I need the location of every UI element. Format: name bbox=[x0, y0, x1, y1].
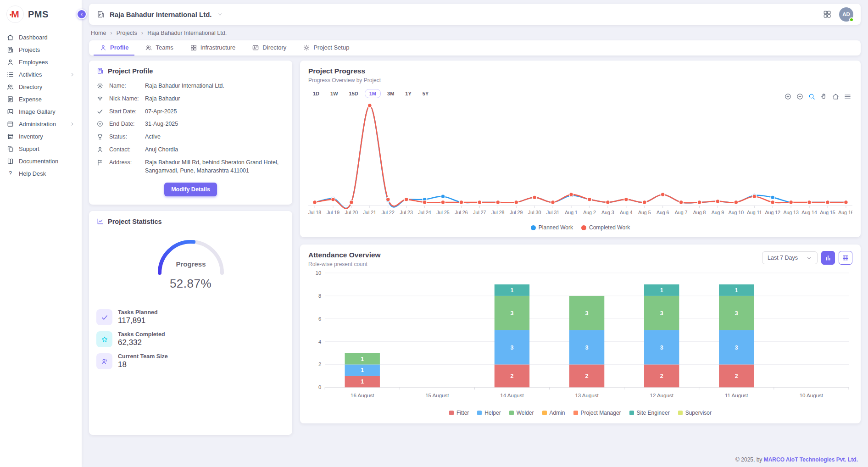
svg-text:Jul 30: Jul 30 bbox=[528, 210, 541, 215]
legend-swatch bbox=[449, 411, 454, 415]
legend-item-site-engineer[interactable]: Site Engineer bbox=[629, 410, 670, 416]
person-icon bbox=[100, 44, 107, 51]
range-button-15d[interactable]: 15D bbox=[345, 89, 363, 98]
attendance-bar-chart[interactable]: 024681011116 August15 August233114 Augus… bbox=[308, 267, 852, 407]
sidebar-item-label: Projects bbox=[19, 46, 40, 53]
svg-text:Aug 7: Aug 7 bbox=[675, 210, 688, 215]
stat-label: Tasks Planned bbox=[118, 309, 158, 316]
svg-text:Aug 13: Aug 13 bbox=[783, 210, 799, 215]
sidebar-item-support[interactable]: Support bbox=[0, 143, 82, 155]
range-button-1d[interactable]: 1D bbox=[308, 89, 324, 98]
modify-details-button[interactable]: Modify Details bbox=[164, 183, 217, 196]
avatar-initials: AD bbox=[842, 11, 850, 17]
sidebar-item-employees[interactable]: Employees bbox=[0, 56, 82, 68]
company-link[interactable]: MARCO AIoT Technologies Pvt. Ltd. bbox=[764, 456, 858, 463]
profile-field: Name: Raja Bahadur International Ltd. bbox=[96, 82, 285, 90]
sidebar-item-dashboard[interactable]: Dashboard bbox=[0, 31, 82, 44]
user-avatar[interactable]: AD bbox=[839, 7, 853, 22]
zoom-out-icon[interactable] bbox=[796, 93, 804, 100]
range-button-1m[interactable]: 1M bbox=[365, 89, 381, 98]
table-view-button[interactable] bbox=[839, 251, 852, 265]
sidebar-item-label: Dashboard bbox=[19, 34, 48, 41]
sidebar-item-documentation[interactable]: Documentation bbox=[0, 155, 82, 167]
stat-label: Tasks Completed bbox=[118, 331, 165, 338]
stat-value: 117,891 bbox=[118, 316, 158, 325]
breadcrumb-item[interactable]: Home bbox=[91, 30, 106, 36]
sidebar-item-help-desk[interactable]: ? Help Desk bbox=[0, 167, 82, 180]
profile-field: Contact: Anuj Chordia bbox=[96, 145, 285, 154]
tab-teams[interactable]: Teams bbox=[139, 40, 179, 56]
progress-percentage: 52.87% bbox=[96, 277, 285, 291]
range-button-1y[interactable]: 1Y bbox=[401, 89, 416, 98]
svg-text:6: 6 bbox=[318, 316, 321, 322]
store-icon bbox=[6, 133, 14, 140]
project-progress-line-chart[interactable]: Jul 18Jul 19Jul 20Jul 21Jul 22Jul 23Jul … bbox=[308, 98, 852, 222]
legend-swatch bbox=[477, 411, 482, 415]
people-icon bbox=[6, 83, 14, 91]
sidebar-item-image-gallary[interactable]: Image Gallary bbox=[0, 106, 82, 118]
field-label: Address: bbox=[109, 158, 139, 176]
table-icon bbox=[842, 254, 849, 261]
svg-text:Aug 9: Aug 9 bbox=[712, 210, 724, 215]
svg-text:12 August: 12 August bbox=[650, 393, 673, 399]
project-progress-card: Project Progress Progress Overview by Pr… bbox=[300, 61, 861, 237]
sidebar-collapse-button[interactable]: ‹ bbox=[77, 9, 87, 19]
sidebar-item-expense[interactable]: Expense bbox=[0, 93, 82, 106]
tab-directory[interactable]: Directory bbox=[246, 40, 292, 56]
selection-zoom-icon[interactable] bbox=[808, 93, 816, 100]
sidebar-item-directory[interactable]: Directory bbox=[0, 81, 82, 93]
legend-item-fitter[interactable]: Fitter bbox=[449, 410, 469, 416]
stat-label: Current Team Size bbox=[118, 353, 168, 360]
range-button-3m[interactable]: 3M bbox=[383, 89, 399, 98]
sidebar-item-activities[interactable]: Activities bbox=[0, 68, 82, 81]
star-icon bbox=[96, 331, 112, 347]
svg-text:Jul 20: Jul 20 bbox=[345, 210, 358, 215]
svg-text:8: 8 bbox=[318, 293, 321, 299]
chart-view-button[interactable] bbox=[821, 251, 835, 265]
image-icon bbox=[6, 108, 14, 116]
attendance-range-select[interactable]: Last 7 Days bbox=[762, 251, 818, 264]
breadcrumb: Home›Projects›Raja Bahadur International… bbox=[89, 25, 861, 40]
contact-card-icon bbox=[252, 44, 259, 51]
legend-item-helper[interactable]: Helper bbox=[477, 410, 501, 416]
tab-project-setup[interactable]: Project Setup bbox=[297, 40, 355, 56]
chevron-down-icon[interactable] bbox=[217, 11, 223, 18]
svg-text:3: 3 bbox=[585, 345, 589, 351]
company-selector[interactable]: Raja Bahadur International Ltd. bbox=[110, 11, 212, 18]
menu-icon[interactable] bbox=[844, 93, 851, 100]
svg-text:Aug 12: Aug 12 bbox=[765, 210, 781, 215]
range-button-5y[interactable]: 5Y bbox=[418, 89, 433, 98]
sidebar-item-administration[interactable]: Administration bbox=[0, 118, 82, 130]
profile-field: Address: Raja Bahadur Mill Rd, behind Sh… bbox=[96, 158, 285, 176]
legend-item-project-manager[interactable]: Project Manager bbox=[573, 410, 621, 416]
sidebar-item-projects[interactable]: Projects bbox=[0, 44, 82, 56]
tabs-bar: ProfileTeamsInfrastructureDirectoryProje… bbox=[89, 40, 861, 56]
breadcrumb-separator: › bbox=[110, 29, 112, 36]
tab-infrastructure[interactable]: Infrastructure bbox=[184, 40, 242, 56]
tab-profile[interactable]: Profile bbox=[94, 40, 134, 56]
breadcrumb-item[interactable]: Projects bbox=[117, 30, 137, 36]
receipt-icon bbox=[6, 95, 14, 103]
svg-text:1: 1 bbox=[361, 356, 364, 362]
pan-icon[interactable] bbox=[820, 93, 828, 100]
range-button-1w[interactable]: 1W bbox=[326, 89, 343, 98]
reset-zoom-icon[interactable] bbox=[832, 93, 840, 100]
legend-item-supervisor[interactable]: Supervisor bbox=[678, 410, 712, 416]
legend-item-admin[interactable]: Admin bbox=[542, 410, 565, 416]
legend-item-welder[interactable]: Welder bbox=[509, 410, 534, 416]
building-icon bbox=[6, 46, 14, 54]
svg-text:Aug 8: Aug 8 bbox=[693, 210, 706, 215]
svg-text:Aug 1: Aug 1 bbox=[565, 210, 578, 215]
sidebar-item-inventory[interactable]: Inventory bbox=[0, 130, 82, 143]
svg-text:Jul 19: Jul 19 bbox=[327, 210, 339, 215]
apps-grid-icon[interactable] bbox=[823, 10, 832, 19]
footer: © 2025, by MARCO AIoT Technologies Pvt. … bbox=[89, 451, 861, 467]
svg-text:3: 3 bbox=[735, 310, 738, 317]
legend-item-planned-work[interactable]: Planned Work bbox=[531, 224, 573, 231]
legend-item-completed-work[interactable]: Completed Work bbox=[581, 224, 630, 231]
svg-text:Aug 11: Aug 11 bbox=[747, 210, 762, 215]
svg-text:Jul 18: Jul 18 bbox=[308, 210, 321, 215]
bar-chart-legend: FitterHelperWelderAdminProject ManagerSi… bbox=[308, 407, 852, 418]
zoom-in-icon[interactable] bbox=[784, 93, 792, 100]
svg-text:1: 1 bbox=[361, 379, 364, 385]
